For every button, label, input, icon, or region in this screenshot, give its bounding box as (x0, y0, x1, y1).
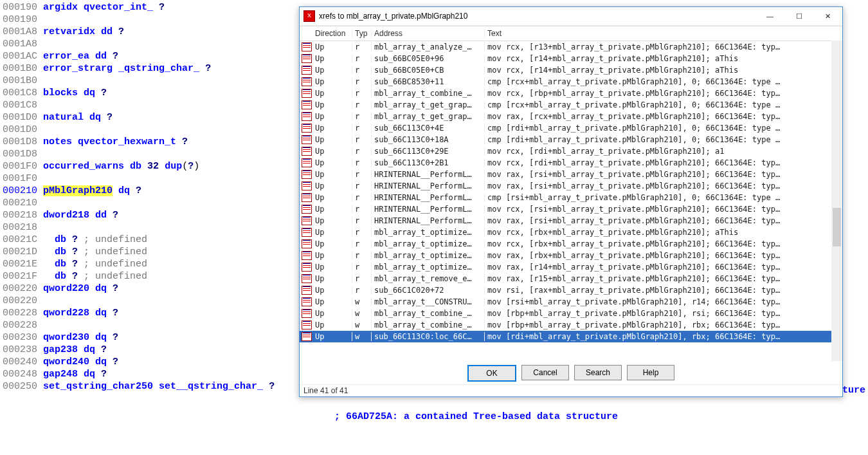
scroll-thumb[interactable] (833, 208, 841, 246)
xref-icon (302, 158, 312, 167)
xref-icon (302, 251, 312, 260)
window-title: xrefs to mbl_array_t_private.pMblGraph21… (319, 12, 755, 21)
xref-icon (302, 205, 312, 214)
titlebar[interactable]: X xrefs to mbl_array_t_private.pMblGraph… (300, 7, 842, 26)
table-row[interactable]: Uprsub_66C1C020+72mov rsi, [rax+mbl_arra… (300, 284, 842, 296)
table-row[interactable]: Uprmbl_array_t_optimize…mov rax, [r14+mb… (300, 261, 842, 273)
xref-icon (302, 147, 312, 156)
col-type[interactable]: Typ (352, 29, 372, 38)
table-row[interactable]: UprHRINTERNAL__PerformL…mov rax, [rsi+mb… (300, 180, 842, 192)
table-row[interactable]: Upwmbl_array_t_combine_…mov [rbp+mbl_arr… (300, 308, 842, 319)
table-row[interactable]: Uprsub_66BC05E0+96mov rcx, [r14+mbl_arra… (300, 53, 842, 64)
xref-icon (302, 181, 312, 190)
xref-icon (302, 309, 312, 318)
xref-icon (302, 112, 312, 121)
table-row[interactable]: UprHRINTERNAL__PerformL…mov rax, [rsi+mb… (300, 169, 842, 180)
col-direction[interactable]: Direction (314, 29, 352, 38)
xref-icon (302, 332, 312, 341)
xref-icon (302, 193, 312, 202)
xref-icon (302, 77, 312, 86)
tree-comment: ; 66AD725A: a contained Tree-based data … (334, 411, 618, 422)
table-header[interactable]: Direction Typ Address Text (300, 26, 842, 41)
table-row[interactable]: Uprsub_66C113C0+29Emov rcx, [rdi+mbl_arr… (300, 145, 842, 157)
table-row[interactable]: Uprmbl_array_t_optimize…mov rcx, [rbx+mb… (300, 238, 842, 250)
maximize-button[interactable]: ☐ (784, 7, 813, 25)
xref-icon (302, 216, 312, 225)
xref-icon (302, 124, 312, 133)
xref-icon (302, 286, 312, 295)
table-row[interactable]: Uprsub_66C113C0+2B1mov rcx, [rdi+mbl_arr… (300, 157, 842, 169)
ok-button[interactable]: OK (467, 365, 516, 382)
xref-icon (302, 297, 312, 306)
table-row[interactable]: Uprmbl_array_t_combine_…mov rcx, [rbp+mb… (300, 88, 842, 99)
app-icon: X (303, 10, 315, 22)
xrefs-dialog[interactable]: X xrefs to mbl_array_t_private.pMblGraph… (299, 6, 843, 397)
xref-icon (302, 100, 312, 109)
status-line: Line 41 of 41 (300, 384, 842, 396)
table-row[interactable]: Uprsub_66C113C0+4Ecmp [rdi+mbl_array_t_p… (300, 122, 842, 134)
table-row[interactable]: Uprsub_66C113C0+18Acmp [rdi+mbl_array_t_… (300, 134, 842, 145)
xref-icon (302, 320, 312, 330)
table-row[interactable]: Upwsub_66C113C0:loc_66C…mov [rdi+mbl_arr… (300, 331, 842, 342)
table-row[interactable]: Uprsub_66BC8530+11cmp [rcx+mbl_array_t_p… (300, 76, 842, 88)
xref-icon (302, 263, 312, 272)
table-row[interactable]: Uprmbl_array_t_get_grap…mov rax, [rcx+mb… (300, 111, 842, 122)
xref-icon (302, 274, 312, 283)
table-row[interactable]: Upwmbl_array_t_combine_…mov [rbp+mbl_arr… (300, 319, 842, 331)
xref-icon (302, 135, 312, 144)
xref-icon (302, 228, 312, 237)
table-row[interactable]: UprHRINTERNAL__PerformL…cmp [rsi+mbl_arr… (300, 192, 842, 203)
xref-icon (302, 66, 312, 75)
col-text[interactable]: Text (485, 29, 842, 38)
col-address[interactable]: Address (372, 29, 485, 38)
table-row[interactable]: Upwmbl_array_t__CONSTRU…mov [rsi+mbl_arr… (300, 296, 842, 308)
table-row[interactable]: Uprmbl_array_t_remove_e…mov rax, [r15+mb… (300, 273, 842, 284)
button-row: OK Cancel Search Help (300, 361, 842, 384)
table-row[interactable]: UprHRINTERNAL__PerformL…mov rcx, [rsi+mb… (300, 203, 842, 215)
table-row[interactable]: Uprmbl_array_t_analyze_…mov rcx, [r13+mb… (300, 41, 842, 53)
help-button[interactable]: Help (627, 365, 674, 380)
minimize-button[interactable]: — (755, 7, 784, 25)
table-row[interactable]: Uprmbl_array_t_optimize…mov rax, [rbx+mb… (300, 250, 842, 261)
search-button[interactable]: Search (574, 365, 622, 380)
xref-icon (302, 54, 312, 63)
xref-icon (302, 170, 312, 179)
table-row[interactable]: Uprmbl_array_t_get_grap…cmp [rcx+mbl_arr… (300, 99, 842, 111)
xref-icon (302, 89, 312, 98)
table-row[interactable]: Uprmbl_array_t_optimize…mov rcx, [rbx+mb… (300, 227, 842, 238)
cancel-button[interactable]: Cancel (521, 365, 569, 380)
close-button[interactable]: ✕ (813, 7, 842, 25)
xrefs-table[interactable]: Direction Typ Address Text Uprmbl_array_… (300, 26, 842, 361)
table-row[interactable]: UprHRINTERNAL__PerformL…mov rax, [rsi+mb… (300, 215, 842, 227)
xref-icon (302, 42, 312, 51)
scrollbar[interactable] (831, 41, 842, 361)
truncated-comment: ture (842, 385, 865, 396)
xref-icon (302, 239, 312, 248)
table-row[interactable]: Uprsub_66BC05E0+CBmov rcx, [r14+mbl_arra… (300, 64, 842, 76)
